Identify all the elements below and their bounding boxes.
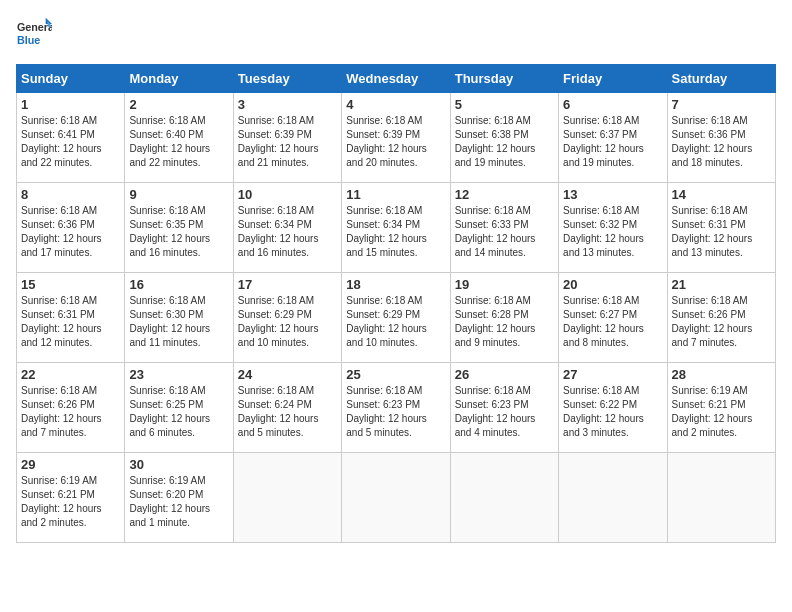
weekday-header-wednesday: Wednesday bbox=[342, 65, 450, 93]
day-info: Sunrise: 6:18 AM Sunset: 6:39 PM Dayligh… bbox=[238, 114, 337, 170]
calendar-cell: 28Sunrise: 6:19 AM Sunset: 6:21 PM Dayli… bbox=[667, 363, 775, 453]
day-number: 11 bbox=[346, 187, 445, 202]
day-number: 5 bbox=[455, 97, 554, 112]
calendar-cell: 19Sunrise: 6:18 AM Sunset: 6:28 PM Dayli… bbox=[450, 273, 558, 363]
svg-text:Blue: Blue bbox=[17, 34, 40, 46]
weekday-header-friday: Friday bbox=[559, 65, 667, 93]
day-number: 18 bbox=[346, 277, 445, 292]
calendar-cell: 5Sunrise: 6:18 AM Sunset: 6:38 PM Daylig… bbox=[450, 93, 558, 183]
day-info: Sunrise: 6:18 AM Sunset: 6:39 PM Dayligh… bbox=[346, 114, 445, 170]
day-info: Sunrise: 6:19 AM Sunset: 6:21 PM Dayligh… bbox=[21, 474, 120, 530]
day-info: Sunrise: 6:18 AM Sunset: 6:36 PM Dayligh… bbox=[21, 204, 120, 260]
day-info: Sunrise: 6:18 AM Sunset: 6:26 PM Dayligh… bbox=[672, 294, 771, 350]
day-number: 27 bbox=[563, 367, 662, 382]
calendar-cell bbox=[342, 453, 450, 543]
day-number: 16 bbox=[129, 277, 228, 292]
day-info: Sunrise: 6:18 AM Sunset: 6:35 PM Dayligh… bbox=[129, 204, 228, 260]
day-number: 12 bbox=[455, 187, 554, 202]
day-number: 29 bbox=[21, 457, 120, 472]
day-number: 21 bbox=[672, 277, 771, 292]
day-number: 1 bbox=[21, 97, 120, 112]
calendar-cell: 11Sunrise: 6:18 AM Sunset: 6:34 PM Dayli… bbox=[342, 183, 450, 273]
calendar-cell: 8Sunrise: 6:18 AM Sunset: 6:36 PM Daylig… bbox=[17, 183, 125, 273]
day-number: 9 bbox=[129, 187, 228, 202]
day-number: 2 bbox=[129, 97, 228, 112]
calendar-cell: 16Sunrise: 6:18 AM Sunset: 6:30 PM Dayli… bbox=[125, 273, 233, 363]
calendar-cell: 13Sunrise: 6:18 AM Sunset: 6:32 PM Dayli… bbox=[559, 183, 667, 273]
calendar-cell: 15Sunrise: 6:18 AM Sunset: 6:31 PM Dayli… bbox=[17, 273, 125, 363]
calendar-cell: 4Sunrise: 6:18 AM Sunset: 6:39 PM Daylig… bbox=[342, 93, 450, 183]
calendar-cell: 27Sunrise: 6:18 AM Sunset: 6:22 PM Dayli… bbox=[559, 363, 667, 453]
calendar-cell: 6Sunrise: 6:18 AM Sunset: 6:37 PM Daylig… bbox=[559, 93, 667, 183]
calendar-cell: 1Sunrise: 6:18 AM Sunset: 6:41 PM Daylig… bbox=[17, 93, 125, 183]
logo: General Blue bbox=[16, 16, 52, 52]
day-info: Sunrise: 6:18 AM Sunset: 6:23 PM Dayligh… bbox=[455, 384, 554, 440]
day-number: 7 bbox=[672, 97, 771, 112]
calendar-cell: 21Sunrise: 6:18 AM Sunset: 6:26 PM Dayli… bbox=[667, 273, 775, 363]
calendar-cell: 25Sunrise: 6:18 AM Sunset: 6:23 PM Dayli… bbox=[342, 363, 450, 453]
logo-icon: General Blue bbox=[16, 16, 52, 52]
day-info: Sunrise: 6:18 AM Sunset: 6:28 PM Dayligh… bbox=[455, 294, 554, 350]
day-number: 6 bbox=[563, 97, 662, 112]
calendar-cell: 20Sunrise: 6:18 AM Sunset: 6:27 PM Dayli… bbox=[559, 273, 667, 363]
calendar-cell: 23Sunrise: 6:18 AM Sunset: 6:25 PM Dayli… bbox=[125, 363, 233, 453]
calendar-cell: 29Sunrise: 6:19 AM Sunset: 6:21 PM Dayli… bbox=[17, 453, 125, 543]
calendar-cell: 7Sunrise: 6:18 AM Sunset: 6:36 PM Daylig… bbox=[667, 93, 775, 183]
day-info: Sunrise: 6:18 AM Sunset: 6:33 PM Dayligh… bbox=[455, 204, 554, 260]
calendar-cell: 3Sunrise: 6:18 AM Sunset: 6:39 PM Daylig… bbox=[233, 93, 341, 183]
day-info: Sunrise: 6:18 AM Sunset: 6:31 PM Dayligh… bbox=[672, 204, 771, 260]
day-number: 3 bbox=[238, 97, 337, 112]
day-number: 13 bbox=[563, 187, 662, 202]
calendar-cell: 26Sunrise: 6:18 AM Sunset: 6:23 PM Dayli… bbox=[450, 363, 558, 453]
calendar-cell: 30Sunrise: 6:19 AM Sunset: 6:20 PM Dayli… bbox=[125, 453, 233, 543]
day-number: 24 bbox=[238, 367, 337, 382]
calendar-cell: 9Sunrise: 6:18 AM Sunset: 6:35 PM Daylig… bbox=[125, 183, 233, 273]
calendar-cell: 2Sunrise: 6:18 AM Sunset: 6:40 PM Daylig… bbox=[125, 93, 233, 183]
day-info: Sunrise: 6:18 AM Sunset: 6:25 PM Dayligh… bbox=[129, 384, 228, 440]
day-info: Sunrise: 6:18 AM Sunset: 6:22 PM Dayligh… bbox=[563, 384, 662, 440]
day-info: Sunrise: 6:18 AM Sunset: 6:34 PM Dayligh… bbox=[238, 204, 337, 260]
day-info: Sunrise: 6:18 AM Sunset: 6:32 PM Dayligh… bbox=[563, 204, 662, 260]
day-info: Sunrise: 6:18 AM Sunset: 6:23 PM Dayligh… bbox=[346, 384, 445, 440]
weekday-header-sunday: Sunday bbox=[17, 65, 125, 93]
weekday-header-monday: Monday bbox=[125, 65, 233, 93]
day-info: Sunrise: 6:18 AM Sunset: 6:31 PM Dayligh… bbox=[21, 294, 120, 350]
calendar-cell: 12Sunrise: 6:18 AM Sunset: 6:33 PM Dayli… bbox=[450, 183, 558, 273]
calendar-cell: 10Sunrise: 6:18 AM Sunset: 6:34 PM Dayli… bbox=[233, 183, 341, 273]
calendar-table: SundayMondayTuesdayWednesdayThursdayFrid… bbox=[16, 64, 776, 543]
day-info: Sunrise: 6:19 AM Sunset: 6:21 PM Dayligh… bbox=[672, 384, 771, 440]
day-info: Sunrise: 6:18 AM Sunset: 6:29 PM Dayligh… bbox=[346, 294, 445, 350]
day-number: 4 bbox=[346, 97, 445, 112]
day-info: Sunrise: 6:18 AM Sunset: 6:30 PM Dayligh… bbox=[129, 294, 228, 350]
day-info: Sunrise: 6:19 AM Sunset: 6:20 PM Dayligh… bbox=[129, 474, 228, 530]
day-info: Sunrise: 6:18 AM Sunset: 6:34 PM Dayligh… bbox=[346, 204, 445, 260]
day-number: 22 bbox=[21, 367, 120, 382]
day-number: 20 bbox=[563, 277, 662, 292]
calendar-cell: 24Sunrise: 6:18 AM Sunset: 6:24 PM Dayli… bbox=[233, 363, 341, 453]
calendar-header: SundayMondayTuesdayWednesdayThursdayFrid… bbox=[17, 65, 776, 93]
calendar-cell bbox=[450, 453, 558, 543]
day-number: 14 bbox=[672, 187, 771, 202]
day-info: Sunrise: 6:18 AM Sunset: 6:24 PM Dayligh… bbox=[238, 384, 337, 440]
calendar-cell bbox=[559, 453, 667, 543]
day-info: Sunrise: 6:18 AM Sunset: 6:41 PM Dayligh… bbox=[21, 114, 120, 170]
day-info: Sunrise: 6:18 AM Sunset: 6:40 PM Dayligh… bbox=[129, 114, 228, 170]
day-number: 30 bbox=[129, 457, 228, 472]
day-info: Sunrise: 6:18 AM Sunset: 6:29 PM Dayligh… bbox=[238, 294, 337, 350]
day-info: Sunrise: 6:18 AM Sunset: 6:36 PM Dayligh… bbox=[672, 114, 771, 170]
day-info: Sunrise: 6:18 AM Sunset: 6:27 PM Dayligh… bbox=[563, 294, 662, 350]
day-info: Sunrise: 6:18 AM Sunset: 6:26 PM Dayligh… bbox=[21, 384, 120, 440]
weekday-header-saturday: Saturday bbox=[667, 65, 775, 93]
day-info: Sunrise: 6:18 AM Sunset: 6:37 PM Dayligh… bbox=[563, 114, 662, 170]
calendar-cell: 18Sunrise: 6:18 AM Sunset: 6:29 PM Dayli… bbox=[342, 273, 450, 363]
day-number: 23 bbox=[129, 367, 228, 382]
day-number: 25 bbox=[346, 367, 445, 382]
day-number: 10 bbox=[238, 187, 337, 202]
calendar-cell: 14Sunrise: 6:18 AM Sunset: 6:31 PM Dayli… bbox=[667, 183, 775, 273]
page-header: General Blue bbox=[16, 16, 776, 52]
day-number: 15 bbox=[21, 277, 120, 292]
calendar-cell: 22Sunrise: 6:18 AM Sunset: 6:26 PM Dayli… bbox=[17, 363, 125, 453]
weekday-header-thursday: Thursday bbox=[450, 65, 558, 93]
calendar-cell bbox=[667, 453, 775, 543]
weekday-header-tuesday: Tuesday bbox=[233, 65, 341, 93]
